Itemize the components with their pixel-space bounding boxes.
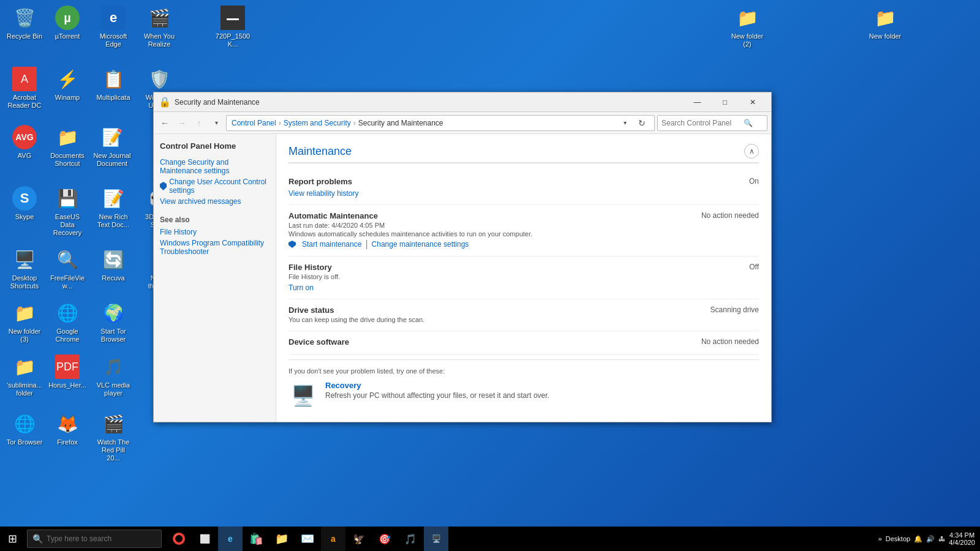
firefox-icon: 🦊 (55, 411, 80, 436)
file-history-sidebar-link[interactable]: File History (160, 228, 270, 236)
device-software-row: Device software No action needed (288, 331, 759, 354)
see-also-section: See also File History Windows Program Co… (160, 216, 270, 256)
search-input[interactable] (662, 119, 741, 127)
taskbar-store-btn[interactable]: 🛍️ (244, 527, 268, 551)
collapse-maintenance-button[interactable]: ∧ (744, 144, 759, 159)
desktop-icon-start-tor[interactable]: 🌍 Start Tor Browser (92, 298, 135, 346)
report-problems-status: On (685, 177, 759, 186)
desktop-icon-freefileview[interactable]: 🔍 FreeFileView... (46, 245, 89, 293)
device-software-status: No action needed (685, 337, 759, 346)
taskbar-search-input[interactable] (47, 534, 145, 543)
desktop-icon-easeus[interactable]: 💾 EaseUS Data Recovery (46, 184, 89, 240)
desktop-shortcuts-icon: 🖥️ (12, 247, 37, 272)
desktop-icon-horus[interactable]: PDF Horus_Her... (46, 352, 89, 392)
desktop-icon-richtext[interactable]: 📝 New Rich Text Doc... (92, 184, 135, 231)
desktop-icon-skype[interactable]: S Skype (3, 184, 46, 223)
desktop-icon-multiplicata[interactable]: 📋 Multiplicata (92, 64, 135, 104)
path-control-panel[interactable]: Control Panel (232, 119, 276, 127)
desktop-icon-acrobat[interactable]: A Acrobat Reader DC (3, 64, 46, 112)
drive-status-detail: You can keep using the drive during the … (288, 316, 685, 323)
drive-status-status: Scanning drive (685, 305, 759, 314)
sidebar-home-link[interactable]: Control Panel Home (160, 141, 270, 151)
desktop-icon-firefox[interactable]: 🦊 Firefox (46, 409, 89, 449)
security-maintenance-window: 🔒 Security and Maintenance — □ ✕ ← → ↑ ▾… (153, 92, 772, 422)
desktop-icon-recycle-bin[interactable]: 🗑️ Recycle Bin (3, 3, 46, 43)
sidebar-uac-link[interactable]: Change User Account Control settings (160, 178, 270, 195)
sidebar-security-settings-link[interactable]: Change Security and Maintenance settings (160, 158, 270, 175)
back-button[interactable]: ← (157, 116, 172, 130)
auto-maintenance-desc: Windows automatically schedules maintena… (288, 230, 685, 238)
desktop-icon-720p[interactable]: ▬▬ 720P_1500K... (211, 3, 254, 51)
desktop-icon-documents-shortcut[interactable]: 📁 Documents Shortcut (46, 122, 89, 170)
view-reliability-link[interactable]: View reliability history (288, 189, 359, 198)
taskbar-task-view[interactable]: ⬜ (192, 527, 217, 551)
notification-icon[interactable]: 🔔 (914, 535, 922, 543)
maximize-button[interactable]: □ (711, 92, 739, 112)
taskbar-explorer-btn[interactable]: 📁 (270, 527, 294, 551)
volume-icon[interactable]: 🔊 (926, 535, 935, 543)
desktop-icon-red-pill[interactable]: 🎬 Watch The Red Pill 20... (92, 409, 135, 465)
desktop-icon-new-folder-right[interactable]: 📁 New folder (864, 3, 907, 43)
720p-icon: ▬▬ (221, 6, 245, 30)
minimize-button[interactable]: — (684, 92, 711, 112)
path-security-maintenance: Security and Maintenance (358, 119, 443, 127)
path-system-security[interactable]: System and Security (284, 119, 351, 127)
taskbar-amazon-btn[interactable]: a (321, 527, 345, 551)
desktop-icon-avg[interactable]: AVG AVG (3, 122, 46, 162)
up-button[interactable]: ↑ (192, 116, 206, 130)
change-maintenance-settings-link[interactable]: Change maintenance settings (372, 240, 469, 249)
refresh-button[interactable]: ↻ (635, 116, 649, 130)
address-path[interactable]: Control Panel › System and Security › Se… (226, 115, 655, 131)
forward-button[interactable]: → (175, 116, 189, 130)
close-button[interactable]: ✕ (739, 92, 766, 112)
recovery-link[interactable]: Recovery (325, 381, 549, 390)
taskbar-mail-btn[interactable]: ✉️ (295, 527, 320, 551)
taskbar-language-btn[interactable]: 🖥️ (424, 527, 448, 551)
recovery-icon: 🖥️ (288, 381, 318, 410)
taskbar-tripadvisor-btn[interactable]: 🦅 (347, 527, 371, 551)
desktop-icon-recuva[interactable]: 🔄 Recuva (92, 245, 135, 285)
desktop-icon-new-journal[interactable]: 📝 New Journal Document (91, 122, 134, 170)
show-more-btn[interactable]: » (878, 535, 882, 542)
desktop-icon-vlc[interactable]: 🎵 VLC media player (92, 352, 135, 400)
address-dropdown-btn[interactable]: ▾ (617, 116, 632, 130)
taskbar-search-btn[interactable]: ⭕ (167, 527, 191, 551)
search-box[interactable]: 🔍 (657, 115, 767, 131)
desktop-label[interactable]: Desktop (886, 535, 910, 542)
desktop-icon-utorrent[interactable]: µ µTorrent (46, 3, 89, 43)
start-maintenance-link[interactable]: Start maintenance (302, 240, 361, 249)
date-display: 4/4/2020 (949, 539, 975, 546)
recycle-bin-icon: 🗑️ (12, 6, 37, 30)
taskbar-search-box[interactable]: 🔍 (27, 530, 162, 548)
sidebar-archived-link[interactable]: View archived messages (160, 197, 270, 206)
bottom-text: If you don't see your problem listed, tr… (288, 367, 759, 375)
taskbar-clock[interactable]: 4:34 PM 4/4/2020 (949, 531, 975, 546)
desktop-icon-chrome[interactable]: 🌐 Google Chrome (46, 298, 89, 346)
desktop-icon-new-folder-3[interactable]: 📁 New folder (3) (3, 298, 46, 346)
compatibility-troubleshooter-link[interactable]: Windows Program Compatibility Troublesho… (160, 239, 270, 256)
chrome-icon: 🌐 (55, 301, 80, 325)
desktop-icon-new-folder-2[interactable]: 📁 New folder (2) (726, 3, 769, 51)
new-folder-3-icon: 📁 (12, 301, 37, 325)
desktop-icon-desktop-shortcuts[interactable]: 🖥️ Desktop Shortcuts (3, 245, 46, 293)
edge-icon: e (101, 6, 126, 30)
window-controls: — □ ✕ (684, 92, 766, 112)
desktop-icon-edge[interactable]: e Microsoft Edge (92, 3, 135, 51)
recycle-bin-label: Recycle Bin (7, 32, 42, 40)
taskbar-edge-btn[interactable]: e (218, 527, 243, 551)
start-button[interactable]: ⊞ (0, 527, 24, 551)
turn-on-file-history-link[interactable]: Turn on (288, 283, 314, 292)
taskbar-right-area: » Desktop 🔔 🔊 🖧 4:34 PM 4/4/2020 (878, 531, 980, 546)
taskbar-vlc-btn[interactable]: 🎵 (398, 527, 423, 551)
desktop: 🗑️ Recycle Bin µ µTorrent e Microsoft Ed… (0, 0, 980, 527)
desktop-icon-tor-browser[interactable]: 🌐 Tor Browser (3, 409, 46, 449)
desktop-icon-sublimina[interactable]: 📁 'sublimina... folder (3, 352, 46, 400)
recuva-icon: 🔄 (101, 247, 126, 272)
desktop-icon-winamp[interactable]: ⚡ Winamp (46, 64, 89, 104)
recent-locations-button[interactable]: ▾ (209, 116, 224, 130)
acrobat-icon: A (12, 67, 37, 91)
network-icon[interactable]: 🖧 (938, 535, 945, 542)
taskbar-target-btn[interactable]: 🎯 (372, 527, 397, 551)
desktop-icon-when-you-realize[interactable]: 🎬 When You Realize (138, 3, 181, 51)
new-folder-2-icon: 📁 (735, 6, 760, 30)
